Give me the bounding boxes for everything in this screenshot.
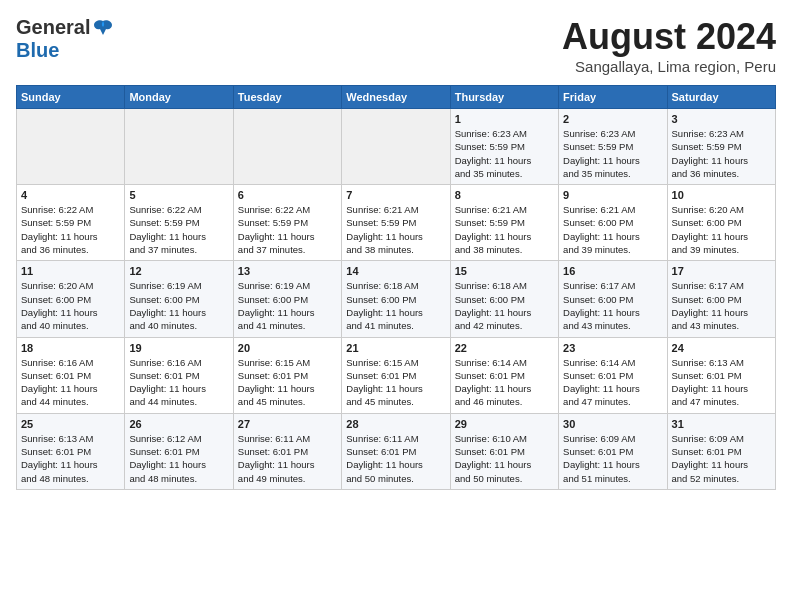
calendar-cell: 24Sunrise: 6:13 AMSunset: 6:01 PMDayligh… (667, 337, 775, 413)
calendar-table: SundayMondayTuesdayWednesdayThursdayFrid… (16, 85, 776, 490)
day-number: 17 (672, 265, 771, 277)
calendar-cell: 25Sunrise: 6:13 AMSunset: 6:01 PMDayligh… (17, 413, 125, 489)
day-number: 5 (129, 189, 228, 201)
cell-info: Sunrise: 6:22 AMSunset: 5:59 PMDaylight:… (21, 203, 120, 256)
day-number: 26 (129, 418, 228, 430)
calendar-week-row: 1Sunrise: 6:23 AMSunset: 5:59 PMDaylight… (17, 109, 776, 185)
calendar-cell (342, 109, 450, 185)
cell-info: Sunrise: 6:17 AMSunset: 6:00 PMDaylight:… (672, 279, 771, 332)
calendar-cell: 16Sunrise: 6:17 AMSunset: 6:00 PMDayligh… (559, 261, 667, 337)
day-number: 30 (563, 418, 662, 430)
cell-info: Sunrise: 6:19 AMSunset: 6:00 PMDaylight:… (129, 279, 228, 332)
day-number: 25 (21, 418, 120, 430)
day-number: 10 (672, 189, 771, 201)
header: General Blue August 2024 Sangallaya, Lim… (16, 16, 776, 75)
calendar-cell: 31Sunrise: 6:09 AMSunset: 6:01 PMDayligh… (667, 413, 775, 489)
calendar-cell: 26Sunrise: 6:12 AMSunset: 6:01 PMDayligh… (125, 413, 233, 489)
calendar-cell: 8Sunrise: 6:21 AMSunset: 5:59 PMDaylight… (450, 185, 558, 261)
calendar-cell: 1Sunrise: 6:23 AMSunset: 5:59 PMDaylight… (450, 109, 558, 185)
day-number: 3 (672, 113, 771, 125)
day-number: 22 (455, 342, 554, 354)
calendar-header-thursday: Thursday (450, 86, 558, 109)
logo-bird-icon (92, 17, 114, 39)
day-number: 7 (346, 189, 445, 201)
calendar-cell (125, 109, 233, 185)
location-title: Sangallaya, Lima region, Peru (562, 58, 776, 75)
calendar-cell: 17Sunrise: 6:17 AMSunset: 6:00 PMDayligh… (667, 261, 775, 337)
calendar-cell: 29Sunrise: 6:10 AMSunset: 6:01 PMDayligh… (450, 413, 558, 489)
month-title: August 2024 (562, 16, 776, 58)
cell-info: Sunrise: 6:16 AMSunset: 6:01 PMDaylight:… (21, 356, 120, 409)
calendar-week-row: 25Sunrise: 6:13 AMSunset: 6:01 PMDayligh… (17, 413, 776, 489)
cell-info: Sunrise: 6:23 AMSunset: 5:59 PMDaylight:… (672, 127, 771, 180)
cell-info: Sunrise: 6:23 AMSunset: 5:59 PMDaylight:… (455, 127, 554, 180)
cell-info: Sunrise: 6:14 AMSunset: 6:01 PMDaylight:… (455, 356, 554, 409)
cell-info: Sunrise: 6:12 AMSunset: 6:01 PMDaylight:… (129, 432, 228, 485)
cell-info: Sunrise: 6:10 AMSunset: 6:01 PMDaylight:… (455, 432, 554, 485)
day-number: 23 (563, 342, 662, 354)
calendar-header-tuesday: Tuesday (233, 86, 341, 109)
day-number: 18 (21, 342, 120, 354)
calendar-cell: 23Sunrise: 6:14 AMSunset: 6:01 PMDayligh… (559, 337, 667, 413)
day-number: 29 (455, 418, 554, 430)
cell-info: Sunrise: 6:11 AMSunset: 6:01 PMDaylight:… (346, 432, 445, 485)
calendar-cell: 14Sunrise: 6:18 AMSunset: 6:00 PMDayligh… (342, 261, 450, 337)
calendar-week-row: 4Sunrise: 6:22 AMSunset: 5:59 PMDaylight… (17, 185, 776, 261)
cell-info: Sunrise: 6:19 AMSunset: 6:00 PMDaylight:… (238, 279, 337, 332)
calendar-week-row: 11Sunrise: 6:20 AMSunset: 6:00 PMDayligh… (17, 261, 776, 337)
logo-general-text: General (16, 16, 90, 39)
calendar-header-row: SundayMondayTuesdayWednesdayThursdayFrid… (17, 86, 776, 109)
cell-info: Sunrise: 6:22 AMSunset: 5:59 PMDaylight:… (238, 203, 337, 256)
title-area: August 2024 Sangallaya, Lima region, Per… (562, 16, 776, 75)
calendar-header-saturday: Saturday (667, 86, 775, 109)
day-number: 28 (346, 418, 445, 430)
calendar-week-row: 18Sunrise: 6:16 AMSunset: 6:01 PMDayligh… (17, 337, 776, 413)
calendar-cell: 11Sunrise: 6:20 AMSunset: 6:00 PMDayligh… (17, 261, 125, 337)
day-number: 1 (455, 113, 554, 125)
calendar-cell: 27Sunrise: 6:11 AMSunset: 6:01 PMDayligh… (233, 413, 341, 489)
calendar-cell: 20Sunrise: 6:15 AMSunset: 6:01 PMDayligh… (233, 337, 341, 413)
calendar-cell: 28Sunrise: 6:11 AMSunset: 6:01 PMDayligh… (342, 413, 450, 489)
day-number: 2 (563, 113, 662, 125)
calendar-header-sunday: Sunday (17, 86, 125, 109)
day-number: 27 (238, 418, 337, 430)
calendar-cell: 9Sunrise: 6:21 AMSunset: 6:00 PMDaylight… (559, 185, 667, 261)
day-number: 9 (563, 189, 662, 201)
day-number: 16 (563, 265, 662, 277)
cell-info: Sunrise: 6:13 AMSunset: 6:01 PMDaylight:… (21, 432, 120, 485)
logo: General Blue (16, 16, 114, 62)
cell-info: Sunrise: 6:21 AMSunset: 5:59 PMDaylight:… (455, 203, 554, 256)
calendar-cell: 7Sunrise: 6:21 AMSunset: 5:59 PMDaylight… (342, 185, 450, 261)
calendar-cell: 12Sunrise: 6:19 AMSunset: 6:00 PMDayligh… (125, 261, 233, 337)
day-number: 12 (129, 265, 228, 277)
calendar-cell: 13Sunrise: 6:19 AMSunset: 6:00 PMDayligh… (233, 261, 341, 337)
cell-info: Sunrise: 6:21 AMSunset: 5:59 PMDaylight:… (346, 203, 445, 256)
cell-info: Sunrise: 6:14 AMSunset: 6:01 PMDaylight:… (563, 356, 662, 409)
day-number: 14 (346, 265, 445, 277)
cell-info: Sunrise: 6:18 AMSunset: 6:00 PMDaylight:… (455, 279, 554, 332)
cell-info: Sunrise: 6:11 AMSunset: 6:01 PMDaylight:… (238, 432, 337, 485)
cell-info: Sunrise: 6:13 AMSunset: 6:01 PMDaylight:… (672, 356, 771, 409)
cell-info: Sunrise: 6:22 AMSunset: 5:59 PMDaylight:… (129, 203, 228, 256)
cell-info: Sunrise: 6:20 AMSunset: 6:00 PMDaylight:… (21, 279, 120, 332)
day-number: 19 (129, 342, 228, 354)
cell-info: Sunrise: 6:17 AMSunset: 6:00 PMDaylight:… (563, 279, 662, 332)
day-number: 15 (455, 265, 554, 277)
calendar-cell: 2Sunrise: 6:23 AMSunset: 5:59 PMDaylight… (559, 109, 667, 185)
calendar-header-monday: Monday (125, 86, 233, 109)
day-number: 4 (21, 189, 120, 201)
cell-info: Sunrise: 6:16 AMSunset: 6:01 PMDaylight:… (129, 356, 228, 409)
day-number: 24 (672, 342, 771, 354)
calendar-cell (17, 109, 125, 185)
day-number: 31 (672, 418, 771, 430)
day-number: 20 (238, 342, 337, 354)
calendar-cell: 10Sunrise: 6:20 AMSunset: 6:00 PMDayligh… (667, 185, 775, 261)
calendar-cell: 3Sunrise: 6:23 AMSunset: 5:59 PMDaylight… (667, 109, 775, 185)
calendar-cell: 18Sunrise: 6:16 AMSunset: 6:01 PMDayligh… (17, 337, 125, 413)
cell-info: Sunrise: 6:09 AMSunset: 6:01 PMDaylight:… (672, 432, 771, 485)
calendar-cell: 19Sunrise: 6:16 AMSunset: 6:01 PMDayligh… (125, 337, 233, 413)
calendar-cell: 4Sunrise: 6:22 AMSunset: 5:59 PMDaylight… (17, 185, 125, 261)
day-number: 6 (238, 189, 337, 201)
calendar-cell (233, 109, 341, 185)
calendar-header-wednesday: Wednesday (342, 86, 450, 109)
